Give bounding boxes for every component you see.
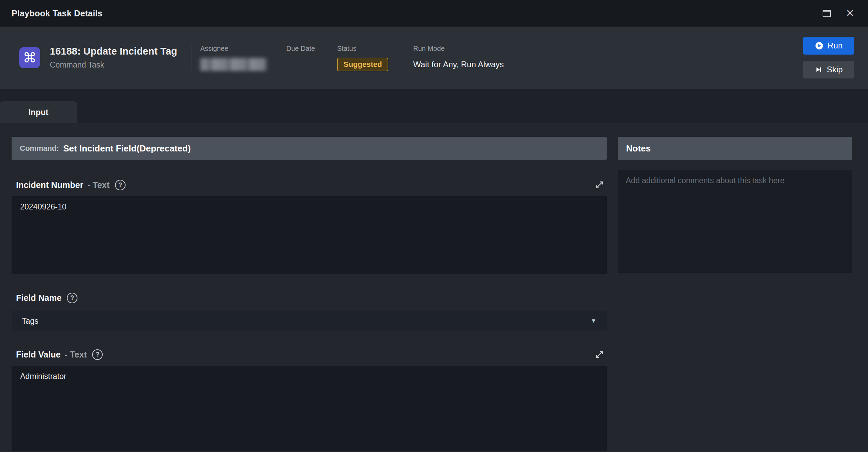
skip-forward-icon — [815, 65, 823, 74]
field-value-label: Field Value — [16, 350, 61, 360]
command-bar-label: Command: — [20, 144, 59, 153]
assignee-redacted-name — [200, 58, 267, 71]
due-date-label: Due Date — [286, 45, 337, 53]
command-bar: Command: Set Incident Field(Deprecated) — [12, 137, 607, 160]
field-value-field-header: Field Value - Text ? — [12, 347, 607, 362]
command-bar-value: Set Incident Field(Deprecated) — [63, 143, 191, 154]
notes-input[interactable] — [618, 170, 852, 273]
assignee-column: Assignee — [191, 44, 275, 72]
dialog-title: Playbook Task Details — [12, 9, 102, 18]
run-button-label: Run — [827, 41, 842, 50]
incident-number-type: - Text — [87, 180, 110, 190]
status-label: Status — [337, 45, 403, 53]
run-mode-column: Run Mode Wait for Any, Run Always — [403, 44, 504, 72]
tab-strip: Input — [0, 89, 868, 123]
field-name-field-header: Field Name ? — [12, 291, 607, 305]
task-heading: 16188: Update Incident Tag Command Task — [50, 46, 177, 70]
header-actions: Run Skip — [803, 37, 854, 78]
status-value: Suggested — [337, 57, 403, 72]
status-badge: Suggested — [337, 58, 388, 71]
help-icon[interactable]: ? — [67, 293, 77, 303]
field-value-input[interactable]: Administrator — [12, 366, 607, 451]
run-mode-value: Wait for Any, Run Always — [413, 57, 504, 72]
due-date-value — [286, 57, 337, 72]
dialog-titlebar: Playbook Task Details ✕ — [0, 0, 868, 27]
task-identity: ⌘ 16188: Update Incident Tag Command Tas… — [19, 46, 191, 70]
close-icon[interactable]: ✕ — [846, 8, 854, 18]
play-circle-icon — [815, 41, 824, 50]
notes-column: Notes — [618, 137, 852, 452]
task-title: 16188: Update Incident Tag — [50, 46, 177, 57]
help-icon[interactable]: ? — [115, 180, 126, 190]
incident-number-field-header: Incident Number - Text ? — [12, 178, 607, 192]
expand-icon[interactable] — [594, 349, 605, 360]
notes-header-bar: Notes — [618, 137, 852, 160]
field-name-label: Field Name — [16, 293, 61, 303]
titlebar-actions: ✕ — [823, 8, 854, 18]
field-name-select[interactable]: Tags ▼ — [12, 311, 607, 331]
tab-input[interactable]: Input — [0, 101, 77, 123]
incident-number-label: Incident Number — [16, 180, 83, 190]
run-mode-label: Run Mode — [413, 45, 504, 53]
input-form-column: Command: Set Incident Field(Deprecated) … — [12, 137, 607, 452]
help-icon[interactable]: ? — [92, 349, 103, 360]
assignee-label: Assignee — [200, 45, 275, 53]
skip-button-label: Skip — [827, 65, 843, 74]
expand-icon[interactable] — [594, 180, 605, 190]
task-details-content: Command: Set Incident Field(Deprecated) … — [0, 123, 868, 452]
field-value-type: - Text — [65, 350, 87, 360]
notes-header-title: Notes — [626, 143, 651, 154]
incident-number-input[interactable]: 20240926-10 — [12, 196, 607, 274]
chevron-down-icon: ▼ — [591, 318, 596, 324]
field-name-selected-value: Tags — [22, 317, 39, 326]
command-task-icon: ⌘ — [19, 47, 40, 68]
status-column: Status Suggested — [337, 44, 403, 72]
task-header: ⌘ 16188: Update Incident Tag Command Tas… — [0, 27, 868, 89]
skip-button[interactable]: Skip — [803, 61, 854, 78]
run-button[interactable]: Run — [803, 37, 854, 55]
maximize-icon[interactable] — [823, 10, 831, 17]
task-type: Command Task — [50, 60, 177, 70]
due-date-column: Due Date — [275, 44, 337, 72]
assignee-value — [200, 57, 275, 72]
